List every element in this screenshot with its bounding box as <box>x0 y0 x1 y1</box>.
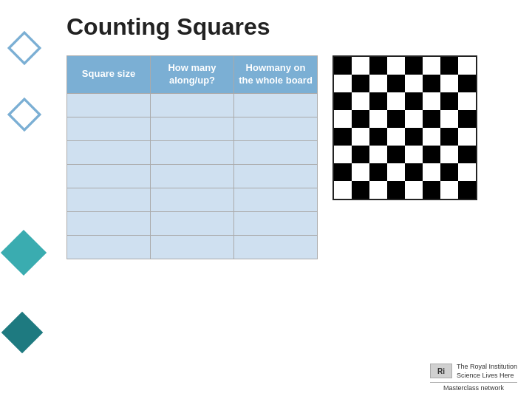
table-cell <box>234 164 318 188</box>
white-cell <box>369 146 387 163</box>
table-cell <box>67 117 151 140</box>
white-cell <box>352 92 369 110</box>
institution-name: The Royal Institution <box>457 362 517 372</box>
black-cell <box>369 92 387 110</box>
table-cell <box>67 93 151 117</box>
black-cell <box>387 110 405 128</box>
white-cell <box>458 92 476 110</box>
ri-logo: Ri The Royal Institution Science Lives H… <box>430 362 517 381</box>
table-cell <box>67 235 151 259</box>
table-body <box>67 93 318 259</box>
table-cell <box>151 211 234 235</box>
table-header-row: Square size How many along/up? Howmany o… <box>67 56 318 94</box>
white-cell <box>423 57 440 75</box>
white-cell <box>405 75 423 92</box>
white-cell <box>405 110 423 128</box>
black-cell <box>352 181 369 199</box>
table-cell <box>151 188 234 211</box>
black-cell <box>352 146 369 163</box>
black-cell <box>334 163 352 181</box>
white-cell <box>440 75 458 92</box>
svg-marker-0 <box>9 33 40 64</box>
black-cell <box>440 57 458 75</box>
black-cell <box>387 181 405 199</box>
black-cell <box>405 92 423 110</box>
table-cell <box>234 188 318 211</box>
white-cell <box>369 181 387 199</box>
table-cell <box>151 164 234 188</box>
black-cell <box>387 146 405 163</box>
white-cell <box>387 128 405 146</box>
table-row <box>67 140 318 164</box>
table-cell <box>151 235 234 259</box>
black-cell <box>458 110 476 128</box>
white-cell <box>440 181 458 199</box>
table-cell <box>67 140 151 164</box>
col-header-whole-board: Howmany on the whole board <box>234 56 318 94</box>
black-cell <box>352 110 369 128</box>
white-cell <box>387 163 405 181</box>
black-cell <box>405 57 423 75</box>
white-cell <box>458 128 476 146</box>
svg-marker-1 <box>9 99 40 130</box>
counting-table: Square size How many along/up? Howmany o… <box>66 55 318 259</box>
white-cell <box>440 146 458 163</box>
checkerboard <box>332 55 477 200</box>
white-cell <box>458 57 476 75</box>
white-cell <box>352 128 369 146</box>
table-row <box>67 235 318 259</box>
table-row <box>67 188 318 211</box>
white-cell <box>334 146 352 163</box>
black-cell <box>440 92 458 110</box>
white-cell <box>405 146 423 163</box>
black-cell <box>352 75 369 92</box>
title-bar: Counting Squares <box>66 13 517 41</box>
white-cell <box>334 110 352 128</box>
checkerboard-container <box>332 55 477 200</box>
black-cell <box>440 128 458 146</box>
table-cell <box>234 117 318 140</box>
white-cell <box>423 92 440 110</box>
page-title: Counting Squares <box>66 13 517 41</box>
table-cell <box>234 211 318 235</box>
black-cell <box>423 181 440 199</box>
table-row <box>67 164 318 188</box>
ri-box: Ri <box>430 364 452 378</box>
white-cell <box>334 181 352 199</box>
col-header-square-size: Square size <box>67 56 151 94</box>
table-cell <box>234 140 318 164</box>
white-cell <box>334 75 352 92</box>
black-cell <box>423 146 440 163</box>
black-cell <box>405 128 423 146</box>
black-cell <box>423 75 440 92</box>
black-cell <box>369 163 387 181</box>
black-cell <box>458 146 476 163</box>
table-cell <box>234 93 318 117</box>
white-cell <box>405 181 423 199</box>
institution-tagline: Science Lives Here <box>457 371 517 381</box>
col-header-how-many: How many along/up? <box>151 56 234 94</box>
black-cell <box>387 75 405 92</box>
table-cell <box>67 164 151 188</box>
white-cell <box>387 92 405 110</box>
top-diamond-icon <box>6 30 43 66</box>
white-cell <box>387 57 405 75</box>
white-cell <box>369 75 387 92</box>
black-cell <box>458 181 476 199</box>
main-content: Square size How many along/up? Howmany o… <box>66 55 517 355</box>
white-cell <box>352 163 369 181</box>
black-cell <box>458 75 476 92</box>
table-cell <box>151 117 234 140</box>
black-cell <box>369 128 387 146</box>
table-cell <box>67 188 151 211</box>
table-row <box>67 117 318 140</box>
white-cell <box>440 110 458 128</box>
black-cell <box>440 163 458 181</box>
mid-diamond-icon <box>6 96 43 133</box>
teal-diamond-icon <box>1 230 47 276</box>
black-cell <box>334 128 352 146</box>
white-cell <box>352 57 369 75</box>
white-cell <box>423 163 440 181</box>
white-cell <box>423 128 440 146</box>
black-cell <box>334 92 352 110</box>
